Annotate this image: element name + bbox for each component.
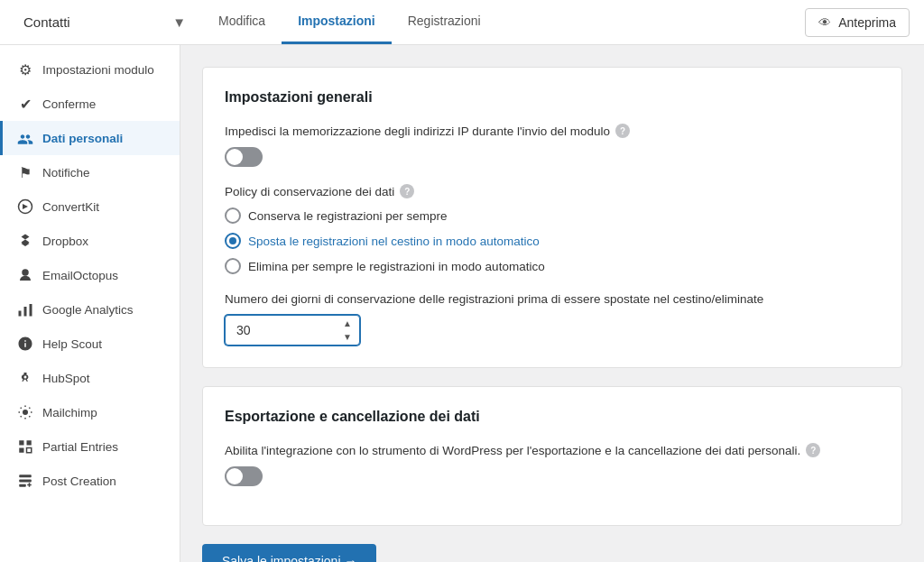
sidebar-item-emailoctopus[interactable]: EmailOctopus xyxy=(0,258,180,292)
users-icon xyxy=(17,130,33,146)
ip-toggle-wrap: ✕ xyxy=(225,147,880,170)
days-label: Numero dei giorni di conservazione delle… xyxy=(225,292,880,306)
sidebar-item-hubspot[interactable]: HubSpot xyxy=(0,361,180,395)
days-input-wrap: ▲ ▼ xyxy=(225,315,360,345)
sidebar-item-dropbox[interactable]: Dropbox xyxy=(0,224,180,258)
svg-rect-6 xyxy=(19,440,23,445)
sidebar-item-impostazioni-modulo[interactable]: ⚙ Impostazioni modulo xyxy=(0,52,180,87)
svg-point-5 xyxy=(23,410,28,415)
sidebar-item-google-analytics[interactable]: Google Analytics xyxy=(0,292,180,327)
contatti-dropdown[interactable]: Contatti ▼ xyxy=(14,9,195,35)
save-button[interactable]: Salva le impostazioni → xyxy=(202,544,376,562)
sidebar-item-dati-personali[interactable]: Dati personali xyxy=(0,121,180,155)
help-scout-icon xyxy=(17,336,33,352)
chevron-down-icon: ▼ xyxy=(172,14,186,30)
export-toggle[interactable]: ✕ xyxy=(225,466,263,486)
svg-rect-11 xyxy=(19,480,32,483)
policy-radio-group: Conserva le registrazioni per sempre Spo… xyxy=(225,207,880,274)
number-spinners: ▲ ▼ xyxy=(337,317,358,344)
eye-icon: 👁 xyxy=(818,15,831,30)
export-help-icon[interactable]: ? xyxy=(806,443,820,457)
policy-help-icon[interactable]: ? xyxy=(400,184,414,198)
sidebar-item-mailchimp[interactable]: Mailchimp xyxy=(0,395,180,429)
check-circle-icon: ✔ xyxy=(17,96,33,112)
svg-rect-3 xyxy=(24,307,27,317)
radio-sempre[interactable]: Conserva le registrazioni per sempre xyxy=(225,207,880,224)
tab-registrazioni[interactable]: Registrazioni xyxy=(392,0,497,44)
card2-title: Esportazione e cancellazione dei dati xyxy=(225,409,880,425)
sidebar-item-notifiche[interactable]: ⚑ Notifiche xyxy=(0,155,180,189)
content-area: Impostazioni generali Impedisci la memor… xyxy=(180,45,924,562)
nav-tabs: Modifica Impostazioni Registrazioni xyxy=(202,0,497,44)
svg-rect-10 xyxy=(19,474,32,477)
spinner-up-button[interactable]: ▲ xyxy=(337,317,358,330)
tab-modifica[interactable]: Modifica xyxy=(202,0,282,44)
svg-rect-8 xyxy=(19,448,23,453)
ip-toggle[interactable]: ✕ xyxy=(225,147,263,167)
main-layout: ⚙ Impostazioni modulo ✔ Conferme Dati pe… xyxy=(0,45,924,562)
svg-rect-12 xyxy=(19,484,26,487)
convertkit-icon xyxy=(17,198,33,215)
spinner-down-button[interactable]: ▼ xyxy=(337,330,358,344)
svg-rect-9 xyxy=(27,448,32,453)
ip-help-icon[interactable]: ? xyxy=(615,124,630,138)
card1-title: Impostazioni generali xyxy=(225,89,880,106)
contatti-label: Contatti xyxy=(23,14,70,30)
policy-label: Policy di conservazione dei dati ? xyxy=(225,184,880,198)
top-nav: Contatti ▼ Modifica Impostazioni Registr… xyxy=(0,0,924,45)
export-toggle-knob xyxy=(226,468,243,484)
sidebar: ⚙ Impostazioni modulo ✔ Conferme Dati pe… xyxy=(0,45,180,562)
partial-entries-icon xyxy=(17,438,33,455)
post-creation-icon xyxy=(17,473,33,489)
mailchimp-icon xyxy=(17,404,33,420)
toggle-knob xyxy=(226,149,243,165)
tab-impostazioni[interactable]: Impostazioni xyxy=(282,0,392,44)
export-card: Esportazione e cancellazione dei dati Ab… xyxy=(202,386,902,526)
emailoctopus-icon xyxy=(17,267,33,283)
chart-bar-icon xyxy=(17,301,33,318)
radio-cestino[interactable]: Sposta le registrazioni nel cestino in m… xyxy=(225,233,880,249)
sidebar-item-post-creation[interactable]: Post Creation xyxy=(0,464,180,498)
radio-elimina[interactable]: Elimina per sempre le registrazioni in m… xyxy=(225,258,880,274)
sidebar-item-partial-entries[interactable]: Partial Entries xyxy=(0,429,180,464)
dropbox-icon xyxy=(17,233,33,249)
radio-circle-sempre xyxy=(225,207,241,224)
radio-circle-cestino xyxy=(225,233,241,249)
general-settings-card: Impostazioni generali Impedisci la memor… xyxy=(202,67,902,368)
gear-icon: ⚙ xyxy=(17,61,33,78)
hubspot-icon xyxy=(17,370,33,386)
svg-rect-7 xyxy=(27,440,32,445)
export-toggle-wrap: ✕ xyxy=(225,466,880,489)
export-label: Abilita l'integrazione con lo strumento … xyxy=(225,443,880,457)
svg-point-1 xyxy=(22,269,29,276)
svg-rect-4 xyxy=(30,304,32,317)
sidebar-item-help-scout[interactable]: Help Scout xyxy=(0,327,180,361)
sidebar-item-convertkit[interactable]: ConvertKit xyxy=(0,189,180,224)
ip-field-label: Impedisci la memorizzazione degli indiri… xyxy=(225,124,880,138)
preview-button[interactable]: 👁 Anteprima xyxy=(805,8,910,37)
sidebar-item-conferme[interactable]: ✔ Conferme xyxy=(0,87,180,121)
flag-icon: ⚑ xyxy=(17,164,33,180)
radio-circle-elimina xyxy=(225,258,241,274)
svg-rect-2 xyxy=(19,311,22,317)
